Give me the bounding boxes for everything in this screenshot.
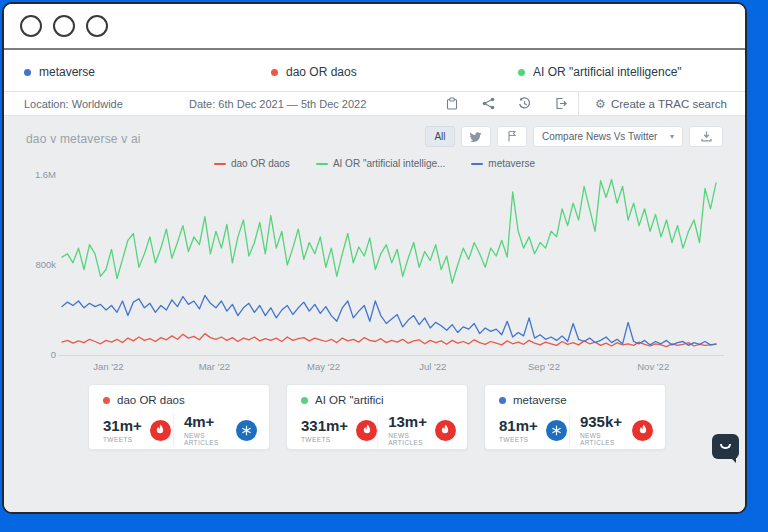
download-chart-button[interactable] xyxy=(689,126,723,147)
twitter-filter-button[interactable] xyxy=(461,126,491,147)
create-trac-search-button[interactable]: ⚙ Create a TRAC search xyxy=(578,92,745,115)
tab-label: dao OR daos xyxy=(286,65,357,79)
toolbar-actions xyxy=(434,92,578,115)
download-icon xyxy=(701,131,712,142)
filters-toolbar: Location: Worldwide Date: 6th Dec 2021 —… xyxy=(4,92,745,116)
window-minimize-button[interactable] xyxy=(53,15,75,37)
browser-window: metaverse dao OR daos AI OR "artificial … xyxy=(2,2,747,514)
tab-label: AI OR "artificial intelligence" xyxy=(533,65,682,79)
snowflake-icon xyxy=(546,420,567,441)
chart-title: dao v metaverse v ai xyxy=(26,132,141,146)
query-tabs: metaverse dao OR daos AI OR "artificial … xyxy=(4,50,745,92)
location-filter[interactable]: Location: Worldwide xyxy=(4,98,189,110)
news-filter-button[interactable] xyxy=(497,126,527,147)
stat-value: 935k+ xyxy=(580,414,624,429)
chart-area[interactable]: 1.6M800k0Jan '22Mar '22May '22Jul '22Sep… xyxy=(4,164,747,382)
card-dao: dao OR daos 31m+ TWEETS 4m+ xyxy=(88,384,270,450)
stat-label: NEWS ARTICLES xyxy=(388,432,427,446)
dashboard-content: dao v metaverse v ai All Compare News Vs… xyxy=(4,116,745,513)
card-title: dao OR daos xyxy=(117,394,185,406)
svg-text:Jul '22: Jul '22 xyxy=(419,361,446,372)
stat-label: TWEETS xyxy=(301,436,348,443)
chat-smile-icon xyxy=(720,444,731,449)
dao-dot-icon xyxy=(103,397,110,404)
flame-icon xyxy=(632,420,653,441)
compare-dropdown-label: Compare News Vs Twitter xyxy=(542,131,657,142)
card-metaverse: metaverse 81m+ TWEETS 935k+ xyxy=(484,384,666,450)
svg-text:0: 0 xyxy=(51,349,56,360)
tweets-stat: 31m+ TWEETS xyxy=(103,414,174,446)
flame-icon xyxy=(435,420,456,441)
news-icon xyxy=(507,131,517,142)
window-close-button[interactable] xyxy=(20,15,42,37)
chat-widget-button[interactable] xyxy=(712,434,739,459)
svg-text:Jan '22: Jan '22 xyxy=(93,361,123,372)
tab-dao-or-daos[interactable]: dao OR daos xyxy=(251,65,498,91)
window-maximize-button[interactable] xyxy=(86,15,108,37)
history-icon[interactable] xyxy=(506,92,542,115)
svg-text:Mar '22: Mar '22 xyxy=(199,361,230,372)
tweets-stat: 81m+ TWEETS xyxy=(499,414,570,446)
stat-label: TWEETS xyxy=(103,436,142,443)
svg-text:1.6M: 1.6M xyxy=(35,169,56,180)
stat-value: 331m+ xyxy=(301,418,348,433)
window-titlebar xyxy=(4,4,745,50)
card-title: metaverse xyxy=(513,394,567,406)
stat-label: NEWS ARTICLES xyxy=(184,432,228,446)
date-range-filter[interactable]: Date: 6th Dec 2021 — 5th Dec 2022 xyxy=(189,98,434,110)
ai-dot-icon xyxy=(301,397,308,404)
tweets-stat: 331m+ TWEETS xyxy=(301,414,378,446)
stat-label: TWEETS xyxy=(499,436,538,443)
snowflake-icon xyxy=(236,420,257,441)
svg-text:Sep '22: Sep '22 xyxy=(528,361,560,372)
card-title: AI OR "artifici xyxy=(315,394,384,406)
clipboard-icon[interactable] xyxy=(434,92,470,115)
stat-value: 4m+ xyxy=(184,414,228,429)
metaverse-dot-icon xyxy=(499,397,506,404)
chevron-down-icon: ▾ xyxy=(670,132,674,141)
share-icon[interactable] xyxy=(470,92,506,115)
trend-chart: 1.6M800k0Jan '22Mar '22May '22Jul '22Sep… xyxy=(4,164,747,382)
flame-icon xyxy=(150,420,171,441)
svg-text:800k: 800k xyxy=(35,259,56,270)
gear-icon: ⚙ xyxy=(595,97,606,111)
stat-value: 81m+ xyxy=(499,418,538,433)
compare-news-twitter-dropdown[interactable]: Compare News Vs Twitter ▾ xyxy=(533,126,683,147)
tab-ai[interactable]: AI OR "artificial intelligence" xyxy=(498,65,745,91)
twitter-icon xyxy=(470,132,482,142)
ai-dot-icon xyxy=(518,69,525,76)
stat-label: NEWS ARTICLES xyxy=(580,432,624,446)
news-stat: 935k+ NEWS ARTICLES xyxy=(580,414,653,446)
news-stat: 13m+ NEWS ARTICLES xyxy=(388,414,456,446)
dao-dot-icon xyxy=(271,69,278,76)
news-stat: 4m+ NEWS ARTICLES xyxy=(184,414,257,446)
filter-all-button[interactable]: All xyxy=(425,126,455,147)
stat-value: 31m+ xyxy=(103,418,142,433)
chart-controls: All Compare News Vs Twitter ▾ xyxy=(425,126,723,147)
svg-text:Nov '22: Nov '22 xyxy=(637,361,669,372)
stat-value: 13m+ xyxy=(388,414,427,429)
create-trac-search-label: Create a TRAC search xyxy=(611,98,727,110)
metaverse-dot-icon xyxy=(24,69,31,76)
tab-label: metaverse xyxy=(39,65,95,79)
card-ai: AI OR "artifici 331m+ TWEETS 13m+ xyxy=(286,384,468,450)
summary-cards: dao OR daos 31m+ TWEETS 4m+ xyxy=(88,384,666,450)
desktop-backdrop: metaverse dao OR daos AI OR "artificial … xyxy=(0,0,768,532)
export-icon[interactable] xyxy=(542,92,578,115)
svg-text:May '22: May '22 xyxy=(307,361,340,372)
flame-icon xyxy=(356,420,377,441)
tab-metaverse[interactable]: metaverse xyxy=(4,65,251,91)
